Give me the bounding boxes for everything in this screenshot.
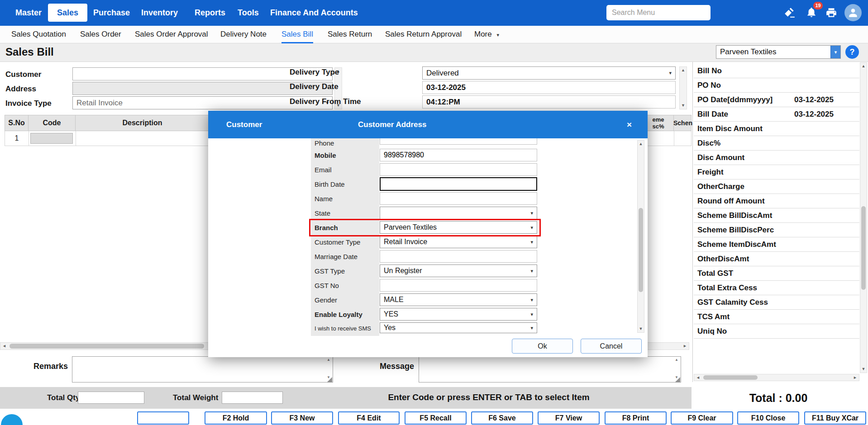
field-label: PO No bbox=[697, 81, 721, 90]
resize-grip-icon[interactable] bbox=[675, 377, 680, 382]
tab-customer-address[interactable]: Customer Address bbox=[358, 111, 426, 138]
chevron-down-icon: ▾ bbox=[530, 297, 533, 303]
field-row-gst-calamity-cess: GST Calamity Cess bbox=[694, 295, 859, 310]
receive-sms-select[interactable]: Yes ▾ bbox=[380, 322, 537, 333]
subnav-sales-order[interactable]: Sales Order bbox=[80, 26, 121, 43]
chat-fab-button[interactable] bbox=[1, 414, 23, 425]
f2-hold-button[interactable]: F2 Hold bbox=[205, 411, 267, 425]
message-textarea[interactable] bbox=[419, 356, 681, 382]
email-input[interactable] bbox=[380, 163, 537, 176]
right-panel-hscrollbar[interactable]: ◄ ► bbox=[694, 374, 859, 381]
help-button[interactable]: ? bbox=[845, 45, 859, 59]
f7-view-button[interactable]: F7 View bbox=[538, 411, 600, 425]
field-row-round-off: Round off Amount bbox=[694, 194, 859, 208]
field-label: Scheme BillDiscPerc bbox=[697, 226, 774, 235]
gst-type-select[interactable]: Un Register ▾ bbox=[380, 264, 537, 277]
scroll-up-icon[interactable]: ▲ bbox=[638, 141, 644, 147]
scrollbar-thumb[interactable] bbox=[861, 206, 866, 290]
resize-grip-icon[interactable] bbox=[327, 377, 332, 382]
subnav-sales-bill[interactable]: Sales Bill bbox=[281, 26, 313, 43]
marriage-date-input[interactable] bbox=[380, 250, 537, 263]
printer-icon[interactable] bbox=[825, 7, 837, 20]
field-row-tcs-amt: TCS Amt bbox=[694, 310, 859, 324]
gavel-icon[interactable] bbox=[784, 7, 796, 20]
scroll-up-icon[interactable]: ▲ bbox=[675, 358, 678, 362]
branch-select-modal[interactable]: Parveen Textiles ▾ bbox=[380, 221, 537, 234]
field-row-total-gst: Total GST bbox=[694, 266, 859, 281]
field-row-total-extra-cess: Total Extra Cess bbox=[694, 281, 859, 295]
scroll-up-icon[interactable]: ▲ bbox=[327, 358, 330, 362]
field-value[interactable]: 03-12-2025 bbox=[794, 95, 834, 104]
total-weight-input[interactable] bbox=[222, 392, 283, 404]
enable-loyalty-select[interactable]: YES ▾ bbox=[380, 308, 537, 321]
mobile-input[interactable] bbox=[380, 149, 537, 161]
f8-print-button[interactable]: F8 Print bbox=[605, 411, 667, 425]
state-select[interactable]: ▾ bbox=[380, 207, 537, 219]
branch-select[interactable]: Parveen Textiles ▾ bbox=[716, 45, 841, 59]
field-row-freight: Freight bbox=[694, 165, 859, 179]
user-avatar[interactable] bbox=[844, 4, 862, 21]
field-value[interactable]: 03-12-2025 bbox=[794, 110, 834, 119]
scroll-right-icon[interactable]: ► bbox=[681, 343, 689, 349]
nav-item-tools[interactable]: Tools bbox=[238, 0, 259, 26]
f4-edit-button[interactable]: F4 Edit bbox=[338, 411, 400, 425]
scroll-up-icon[interactable]: ▲ bbox=[860, 63, 867, 70]
enable-loyalty-value: YES bbox=[384, 310, 398, 318]
scroll-right-icon[interactable]: ► bbox=[851, 374, 859, 381]
scroll-down-icon[interactable]: ▼ bbox=[860, 366, 867, 373]
nav-item-master[interactable]: Master bbox=[15, 0, 42, 26]
birth-date-input[interactable] bbox=[380, 177, 537, 191]
gender-select[interactable]: MALE ▾ bbox=[380, 293, 537, 306]
subnav-sales-order-approval[interactable]: Sales Order Approval bbox=[135, 26, 208, 43]
field-label-enable-loyalty: Enable Loyalty bbox=[311, 307, 379, 321]
f10-close-button[interactable]: F10 Close bbox=[737, 411, 799, 425]
delivery-date-input[interactable] bbox=[422, 81, 676, 94]
subnav-delivery-note[interactable]: Delivery Note bbox=[220, 26, 267, 43]
chevron-down-icon: ▾ bbox=[530, 225, 533, 231]
total-qty-input[interactable] bbox=[78, 392, 144, 404]
search-menu-input[interactable] bbox=[606, 5, 711, 20]
field-label: Total GST bbox=[697, 269, 733, 278]
scrollbar-thumb[interactable] bbox=[639, 208, 643, 292]
f11-buy-button[interactable]: F11 Buy XCar bbox=[804, 411, 866, 425]
name-input[interactable] bbox=[380, 192, 537, 205]
delivery-form-scrollbar[interactable]: ▲ ▼ bbox=[679, 66, 687, 109]
chevron-down-icon[interactable]: ▾ bbox=[830, 46, 840, 58]
f5-recall-button[interactable]: F5 Recall bbox=[405, 411, 467, 425]
scroll-left-icon[interactable]: ◄ bbox=[694, 374, 702, 381]
customer-type-select[interactable]: Retail Invoice ▾ bbox=[380, 236, 537, 248]
right-panel-vscrollbar[interactable]: ▲ ▼ bbox=[860, 62, 867, 373]
item-code-cell[interactable] bbox=[30, 133, 73, 144]
subnav-more[interactable]: More ▾ bbox=[474, 26, 499, 43]
ok-button[interactable]: Ok bbox=[512, 339, 573, 354]
field-row-bill-no: Bill No bbox=[694, 64, 859, 78]
nav-item-inventory[interactable]: Inventory bbox=[141, 0, 178, 26]
nav-item-finance[interactable]: Finance And Accounts bbox=[270, 0, 358, 26]
scrollbar-thumb[interactable] bbox=[10, 344, 204, 349]
subnav-sales-return[interactable]: Sales Return bbox=[328, 26, 372, 43]
nav-item-sales[interactable]: Sales bbox=[48, 4, 87, 22]
nav-item-purchase[interactable]: Purchase bbox=[93, 0, 130, 26]
subnav-sales-return-approval[interactable]: Sales Return Approval bbox=[385, 26, 462, 43]
tab-customer[interactable]: Customer bbox=[226, 111, 262, 138]
cancel-button[interactable]: Cancel bbox=[581, 339, 642, 354]
subnav-sales-quotation[interactable]: Sales Quotation bbox=[11, 26, 66, 43]
delivery-from-time-input[interactable] bbox=[422, 95, 676, 109]
gst-no-input[interactable] bbox=[380, 279, 537, 292]
scroll-down-icon[interactable]: ▼ bbox=[680, 102, 687, 109]
scroll-down-icon[interactable]: ▼ bbox=[638, 326, 644, 332]
nav-item-reports[interactable]: Reports bbox=[195, 0, 225, 26]
close-icon[interactable]: × bbox=[627, 111, 632, 138]
f9-clear-button[interactable]: F9 Clear bbox=[671, 411, 733, 425]
col-code: Code bbox=[29, 115, 76, 131]
remarks-textarea[interactable] bbox=[72, 356, 333, 382]
fkey-blank-button[interactable] bbox=[137, 411, 189, 425]
scroll-up-icon[interactable]: ▲ bbox=[680, 67, 687, 74]
modal-scrollbar[interactable]: ▲ ▼ bbox=[637, 140, 644, 333]
delivery-type-select[interactable]: Delivered ▾ bbox=[422, 66, 676, 80]
f6-save-button[interactable]: F6 Save bbox=[471, 411, 533, 425]
scrollbar-thumb[interactable] bbox=[703, 375, 758, 380]
scroll-left-icon[interactable]: ◄ bbox=[0, 343, 8, 349]
field-label-gender: Gender bbox=[311, 293, 379, 307]
f3-new-button[interactable]: F3 New bbox=[271, 411, 333, 425]
